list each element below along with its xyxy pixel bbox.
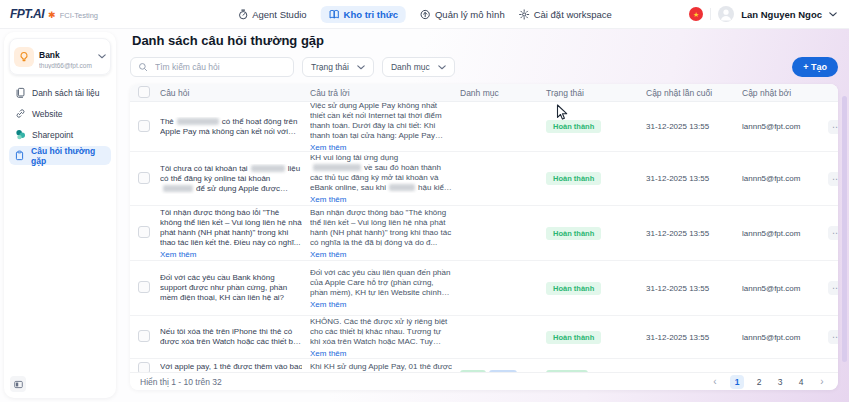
row-actions-button[interactable]: ⋯ — [828, 172, 838, 186]
row-actions-button[interactable]: ⋯ — [828, 120, 838, 134]
page-button-4[interactable]: 4 — [795, 377, 807, 387]
sidebar-item-faq[interactable]: Câu hỏi thường gặp — [9, 146, 111, 165]
chevron-down-icon[interactable] — [829, 12, 837, 17]
search-box[interactable] — [130, 57, 294, 77]
table-row[interactable]: Với apple pay, 1 thẻ được thêm vào bao n… — [130, 359, 838, 372]
row-checkbox[interactable] — [138, 362, 150, 372]
table-row[interactable]: Đối với các yêu cầu Bank không support đ… — [130, 261, 838, 316]
updated-by: lannn5@fpt.com — [742, 284, 828, 293]
page-button-2[interactable]: 2 — [753, 377, 765, 387]
knowledge-base-icon — [329, 9, 340, 20]
col-answer: Câu trả lời — [310, 88, 460, 98]
workspace-name: Bank — [39, 50, 60, 60]
col-updated-by: Cập nhật bởi — [742, 88, 828, 98]
row-checkbox[interactable] — [138, 330, 150, 342]
environment-label: FCI-Testing — [60, 11, 98, 20]
workspace-settings-icon — [519, 9, 530, 20]
vietnam-flag-badge[interactable]: ★ — [689, 7, 703, 21]
row-actions-button[interactable]: ⋯ — [828, 330, 838, 344]
topnav-user-area: ★ Lan Nguyen Ngoc — [689, 6, 849, 22]
nav-agent-studio[interactable]: Agent Studio — [237, 9, 306, 20]
answer-cell: KHÔNG. Các thẻ được xử lý riêng biệt cho… — [310, 317, 460, 358]
sidebar-item-website[interactable]: Website — [9, 104, 111, 123]
search-input[interactable] — [153, 61, 286, 73]
status-badge — [546, 370, 588, 372]
col-status: Trạng thái — [546, 88, 646, 98]
scrollbar-thumb[interactable] — [842, 96, 847, 362]
answer-cell: KH vui lòng tải ứng dụngvề sau đó hoàn t… — [310, 153, 460, 204]
row-checkbox[interactable] — [138, 226, 150, 238]
collapse-sidebar-button[interactable] — [10, 376, 26, 392]
redacted-text — [177, 118, 219, 125]
divider — [710, 8, 711, 20]
nav-workspace-settings[interactable]: Cài đặt workspace — [519, 9, 612, 20]
row-actions-button[interactable]: ⋯ — [828, 226, 838, 240]
status-badge: Hoàn thành — [546, 227, 601, 240]
category-filter-dropdown[interactable]: Danh mục — [382, 57, 455, 77]
agent-studio-icon — [237, 9, 248, 20]
page-background: Bank thuydt66@fpt.com Danh sách tài liệu… — [0, 28, 849, 402]
results-summary: Hiển thị 1 - 10 trên 32 — [140, 377, 222, 387]
row-checkbox[interactable] — [138, 281, 150, 293]
chevron-down-icon[interactable] — [98, 54, 106, 59]
sidebar-item-document-list[interactable]: Danh sách tài liệu — [9, 83, 111, 102]
updated-at: 31-12-2025 13:55 — [646, 122, 742, 131]
table-header: Câu hỏi Câu trả lời Danh mục Trạng thái … — [130, 84, 838, 102]
status-filter-dropdown[interactable]: Trạng thái — [302, 57, 374, 77]
workspace-selector[interactable]: Bank thuydt66@fpt.com — [9, 38, 111, 75]
page-button-3[interactable]: 3 — [774, 377, 786, 387]
updated-at: 31-12-2025 13:55 — [646, 284, 742, 293]
col-category: Danh mục — [460, 88, 546, 98]
see-more-link[interactable]: Xem thêm — [310, 143, 346, 152]
sidebar-menu: Danh sách tài liệu Website Sharepoint Câ… — [4, 83, 116, 165]
user-avatar[interactable] — [718, 6, 734, 22]
prev-page-button[interactable]: ‹ — [709, 376, 721, 387]
sidebar: Bank thuydt66@fpt.com Danh sách tài liệu… — [4, 32, 116, 398]
see-more-link[interactable]: Xem thêm — [310, 300, 346, 309]
faq-table: Câu hỏi Câu trả lời Danh mục Trạng thái … — [130, 84, 838, 390]
page-button-1[interactable]: 1 — [730, 375, 744, 389]
brand-logo: FPT.AI✱ FCI-Testing — [0, 7, 98, 21]
row-actions-button[interactable]: ⋯ — [828, 281, 838, 295]
status-badge: Hoàn thành — [546, 172, 601, 185]
chevron-down-icon — [438, 65, 446, 70]
answer-cell: Bạn nhận được thông báo "Thẻ không thể l… — [310, 208, 460, 259]
category-tag — [460, 370, 486, 372]
table-row[interactable]: Nếu tôi xóa thẻ trên iPhone thì thẻ có đ… — [130, 316, 838, 359]
top-navbar: FPT.AI✱ FCI-Testing Agent Studio Kho tri… — [0, 0, 849, 29]
fpt-ai-logo: FPT.AI — [10, 7, 44, 21]
table-row[interactable]: Tôi chưa có tài khoản tạiliệu có thể đăn… — [130, 152, 838, 206]
table-row[interactable]: Thẻcó thể hoạt động trên Apple Pay mà kh… — [130, 102, 838, 152]
updated-by: lannn5@fpt.com — [742, 229, 828, 238]
updated-by: lannn5@fpt.com — [742, 122, 828, 131]
app-window: FPT.AI✱ FCI-Testing Agent Studio Kho tri… — [0, 0, 849, 402]
see-more-link[interactable]: Xem thêm — [160, 250, 196, 259]
user-name[interactable]: Lan Nguyen Ngoc — [741, 9, 822, 20]
updated-at: 31-12-2025 13:55 — [646, 333, 742, 342]
redacted-text — [313, 164, 361, 171]
question-text: Đối với các yêu cầu Bank không support đ… — [160, 273, 302, 303]
see-more-link[interactable]: Xem thêm — [310, 195, 346, 204]
nav-model-management[interactable]: Quản lý mô hình — [420, 9, 505, 20]
fpt-star-icon: ✱ — [48, 10, 56, 20]
next-page-button[interactable]: › — [816, 376, 828, 387]
lightbulb-icon — [14, 47, 34, 67]
workspace-email: thuydt66@fpt.com — [39, 62, 93, 69]
row-checkbox[interactable] — [138, 172, 150, 184]
model-management-icon — [420, 9, 431, 20]
row-checkbox[interactable] — [138, 120, 150, 132]
create-button[interactable]: + Tạo — [792, 57, 838, 77]
updated-by: lannn5@fpt.com — [742, 174, 828, 183]
search-icon — [138, 62, 148, 72]
see-more-link[interactable]: Xem thêm — [310, 349, 346, 358]
select-all-checkbox[interactable] — [138, 86, 150, 98]
table-row[interactable]: Tôi nhận được thông báo lỗi "Thẻ không t… — [130, 206, 838, 261]
main-content: Danh sách câu hỏi thường gặp Trạng thái … — [130, 28, 838, 402]
redacted-text — [163, 185, 193, 192]
sidebar-item-sharepoint[interactable]: Sharepoint — [9, 125, 111, 144]
question-text: Tôi chưa có tài khoản tạiliệu có thể đăn… — [160, 164, 302, 194]
redacted-text — [251, 165, 285, 172]
table-footer: Hiển thị 1 - 10 trên 32 ‹ 1 2 3 4 › — [130, 372, 838, 390]
nav-knowledge-base[interactable]: Kho tri thức — [321, 6, 406, 23]
see-more-link[interactable]: Xem thêm — [310, 250, 346, 259]
